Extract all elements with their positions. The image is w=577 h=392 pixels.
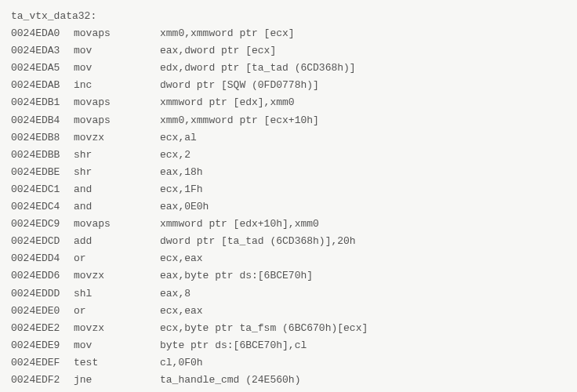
asm-operands: cl,0F0h — [160, 354, 203, 372]
asm-line: 0024EDABincdword ptr [SQW (0FD0778h)] — [11, 77, 566, 94]
asm-address: 0024EDF8 — [11, 389, 74, 392]
asm-mnemonic: ret — [74, 389, 160, 392]
asm-mnemonic: inc — [74, 77, 160, 94]
asm-mnemonic: movzx — [74, 129, 160, 147]
asm-line: 0024EDB8movzxecx,al — [11, 129, 566, 147]
asm-address: 0024EDDD — [11, 285, 74, 303]
asm-operands: xmm0,xmmword ptr [ecx+10h] — [160, 112, 319, 129]
asm-mnemonic: or — [74, 250, 160, 267]
asm-address: 0024EDE2 — [11, 320, 74, 337]
asm-address: 0024EDC1 — [11, 181, 74, 198]
asm-line: 0024EDCDadddword ptr [ta_tad (6CD368h)],… — [11, 233, 566, 250]
asm-mnemonic: movaps — [74, 216, 160, 233]
asm-mnemonic: shr — [74, 147, 160, 164]
asm-line: 0024EDE0orecx,eax — [11, 303, 566, 320]
asm-operands: ecx,al — [160, 129, 197, 147]
asm-address: 0024EDB4 — [11, 112, 74, 129]
asm-operands: eax,18h — [160, 164, 203, 181]
asm-operands: dword ptr [SQW (0FD0778h)] — [160, 77, 319, 94]
asm-address: 0024EDAB — [11, 77, 74, 94]
asm-operands: eax,8 — [160, 285, 191, 303]
asm-address: 0024EDE0 — [11, 303, 74, 320]
asm-mnemonic: add — [74, 233, 160, 250]
asm-mnemonic: or — [74, 303, 160, 320]
asm-line: 0024EDBEshreax,18h — [11, 164, 566, 181]
asm-line: 0024EDC4andeax,0E0h — [11, 198, 566, 216]
asm-mnemonic: movaps — [74, 94, 160, 111]
asm-line: 0024EDB4movapsxmm0,xmmword ptr [ecx+10h] — [11, 112, 566, 129]
asm-operands: eax,0E0h — [160, 198, 209, 216]
asm-mnemonic: movzx — [74, 267, 160, 285]
asm-line: 0024EDBBshrecx,2 — [11, 147, 566, 164]
asm-mnemonic: test — [74, 354, 160, 372]
asm-operands: xmmword ptr [edx],xmm0 — [160, 94, 295, 111]
asm-line: 0024EDA3moveax,dword ptr [ecx] — [11, 42, 566, 60]
asm-address: 0024EDC9 — [11, 216, 74, 233]
asm-operands: xmm0,xmmword ptr [ecx] — [160, 25, 295, 42]
asm-operands: ecx,1Fh — [160, 181, 203, 198]
asm-line: 0024EDE2movzxecx,byte ptr ta_fsm (6BC670… — [11, 320, 566, 337]
asm-operands: ecx,eax — [160, 250, 203, 267]
asm-mnemonic: movaps — [74, 112, 160, 129]
asm-address: 0024EDA5 — [11, 60, 74, 77]
asm-line: 0024EDC1andecx,1Fh — [11, 181, 566, 198]
asm-mnemonic: movzx — [74, 320, 160, 337]
asm-line: 0024EDA0movapsxmm0,xmmword ptr [ecx] — [11, 25, 566, 42]
asm-address: 0024EDEF — [11, 354, 74, 372]
asm-address: 0024EDBE — [11, 164, 74, 181]
asm-mnemonic: mov — [74, 60, 160, 77]
asm-line: 0024EDA5movedx,dword ptr [ta_tad (6CD368… — [11, 60, 566, 77]
asm-line: 0024EDF2jneta_handle_cmd (24E560h) — [11, 372, 566, 389]
asm-operands: ta_handle_cmd (24E560h) — [160, 372, 300, 389]
asm-operands: xmmword ptr [edx+10h],xmm0 — [160, 216, 319, 233]
asm-address: 0024EDF2 — [11, 372, 74, 389]
asm-operands: dword ptr [ta_tad (6CD368h)],20h — [160, 233, 356, 250]
asm-operands: ecx,2 — [160, 147, 191, 164]
asm-operands: ecx,eax — [160, 303, 203, 320]
asm-address: 0024EDE9 — [11, 337, 74, 354]
asm-operands: eax,dword ptr [ecx] — [160, 42, 276, 60]
asm-address: 0024EDBB — [11, 147, 74, 164]
asm-address: 0024EDC4 — [11, 198, 74, 216]
asm-operands: byte ptr ds:[6BCE70h],cl — [160, 337, 307, 354]
asm-address: 0024EDB8 — [11, 129, 74, 147]
asm-address: 0024EDA3 — [11, 42, 74, 60]
asm-mnemonic: jne — [74, 372, 160, 389]
asm-line: 0024EDE9movbyte ptr ds:[6BCE70h],cl — [11, 337, 566, 354]
asm-listing: ta_vtx_data32: 0024EDA0movapsxmm0,xmmwor… — [11, 8, 566, 392]
asm-mnemonic: movaps — [74, 25, 160, 42]
asm-label: ta_vtx_data32: — [11, 8, 566, 25]
asm-mnemonic: and — [74, 198, 160, 216]
asm-mnemonic: shl — [74, 285, 160, 303]
asm-mnemonic: shr — [74, 164, 160, 181]
asm-mnemonic: mov — [74, 337, 160, 354]
asm-body: 0024EDA0movapsxmm0,xmmword ptr [ecx]0024… — [11, 25, 566, 392]
asm-line: 0024EDD6movzxeax,byte ptr ds:[6BCE70h] — [11, 267, 566, 285]
asm-operands: eax,byte ptr ds:[6BCE70h] — [160, 267, 313, 285]
asm-address: 0024EDB1 — [11, 94, 74, 111]
asm-address: 0024EDD4 — [11, 250, 74, 267]
asm-mnemonic: mov — [74, 42, 160, 60]
asm-address: 0024EDA0 — [11, 25, 74, 42]
asm-address: 0024EDCD — [11, 233, 74, 250]
asm-operands: ecx,byte ptr ta_fsm (6BC670h)[ecx] — [160, 320, 368, 337]
asm-line: 0024EDC9movapsxmmword ptr [edx+10h],xmm0 — [11, 216, 566, 233]
asm-line: 0024EDEFtestcl,0F0h — [11, 354, 566, 372]
asm-line: 0024EDF8ret — [11, 389, 566, 392]
asm-address: 0024EDD6 — [11, 267, 74, 285]
asm-line: 0024EDDDshleax,8 — [11, 285, 566, 303]
asm-operands: edx,dword ptr [ta_tad (6CD368h)] — [160, 60, 356, 77]
asm-line: 0024EDD4orecx,eax — [11, 250, 566, 267]
label-text: ta_vtx_data32: — [11, 10, 96, 22]
asm-mnemonic: and — [74, 181, 160, 198]
asm-line: 0024EDB1movapsxmmword ptr [edx],xmm0 — [11, 94, 566, 111]
